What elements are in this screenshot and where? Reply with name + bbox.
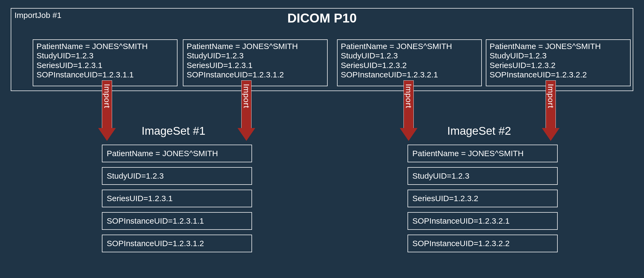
dicom-instance-box-1: PatientName = JONES^SMITH StudyUID=1.2.3… bbox=[33, 39, 177, 86]
imageset-row: SeriesUID=1.2.3.1 bbox=[102, 190, 252, 207]
study-uid-line: StudyUID=1.2.3 bbox=[341, 51, 478, 60]
import-arrow-1: Import bbox=[99, 80, 115, 141]
sop-instance-uid-line: SOPInstanceUID=1.2.3.1.1 bbox=[36, 70, 174, 79]
imageset-row: StudyUID=1.2.3 bbox=[102, 167, 252, 185]
arrow-down-icon bbox=[98, 128, 116, 141]
patient-name-line: PatientName = JONES^SMITH bbox=[341, 42, 478, 51]
imageset-title-2: ImageSet #2 bbox=[447, 125, 511, 137]
study-uid-line: StudyUID=1.2.3 bbox=[36, 51, 174, 60]
arrow-shaft: Import bbox=[404, 80, 414, 129]
imageset-row: SOPInstanceUID=1.2.3.2.2 bbox=[408, 235, 558, 252]
import-job-container: ImportJob #1 DICOM P10 PatientName = JON… bbox=[11, 8, 633, 91]
imageset-row: SOPInstanceUID=1.2.3.1.1 bbox=[102, 212, 252, 230]
arrow-label: Import bbox=[404, 84, 413, 108]
import-arrow-4: Import bbox=[543, 80, 558, 141]
imageset-row: SeriesUID=1.2.3.2 bbox=[408, 190, 558, 207]
imageset-title-1: ImageSet #1 bbox=[142, 125, 205, 137]
imageset-stack-1: PatientName = JONES^SMITH StudyUID=1.2.3… bbox=[102, 145, 252, 252]
arrow-shaft: Import bbox=[546, 80, 556, 129]
imageset-row: PatientName = JONES^SMITH bbox=[408, 145, 558, 162]
imageset-row: SOPInstanceUID=1.2.3.1.2 bbox=[102, 235, 252, 252]
dicom-instance-box-3: PatientName = JONES^SMITH StudyUID=1.2.3… bbox=[337, 39, 482, 86]
imageset-stack-2: PatientName = JONES^SMITH StudyUID=1.2.3… bbox=[408, 145, 558, 252]
arrow-down-icon bbox=[542, 128, 560, 141]
patient-name-line: PatientName = JONES^SMITH bbox=[187, 42, 324, 51]
imageset-row: PatientName = JONES^SMITH bbox=[102, 145, 252, 162]
sop-instance-uid-line: SOPInstanceUID=1.2.3.2.2 bbox=[490, 70, 627, 79]
series-uid-line: SeriesUID=1.2.3.2 bbox=[341, 61, 478, 70]
imageset-row: SOPInstanceUID=1.2.3.2.1 bbox=[408, 212, 558, 230]
arrow-label: Import bbox=[102, 84, 112, 108]
arrow-down-icon bbox=[238, 128, 255, 141]
dicom-instance-box-4: PatientName = JONES^SMITH StudyUID=1.2.3… bbox=[486, 39, 631, 86]
series-uid-line: SeriesUID=1.2.3.1 bbox=[187, 61, 324, 70]
study-uid-line: StudyUID=1.2.3 bbox=[187, 51, 324, 60]
diagram-canvas: ImportJob #1 DICOM P10 PatientName = JON… bbox=[0, 0, 644, 278]
series-uid-line: SeriesUID=1.2.3.1 bbox=[36, 61, 174, 70]
arrow-shaft: Import bbox=[241, 80, 251, 129]
dicom-title: DICOM P10 bbox=[11, 11, 633, 25]
imageset-row: StudyUID=1.2.3 bbox=[408, 167, 558, 185]
import-arrow-3: Import bbox=[401, 80, 416, 141]
arrow-label: Import bbox=[546, 84, 555, 108]
sop-instance-uid-line: SOPInstanceUID=1.2.3.2.1 bbox=[341, 70, 478, 79]
study-uid-line: StudyUID=1.2.3 bbox=[490, 51, 627, 60]
dicom-instance-box-2: PatientName = JONES^SMITH StudyUID=1.2.3… bbox=[183, 39, 328, 86]
arrow-shaft: Import bbox=[102, 80, 112, 129]
arrow-label: Import bbox=[242, 84, 251, 108]
sop-instance-uid-line: SOPInstanceUID=1.2.3.1.2 bbox=[187, 70, 324, 79]
arrow-down-icon bbox=[400, 128, 417, 141]
patient-name-line: PatientName = JONES^SMITH bbox=[490, 42, 627, 51]
series-uid-line: SeriesUID=1.2.3.2 bbox=[490, 61, 627, 70]
patient-name-line: PatientName = JONES^SMITH bbox=[36, 42, 174, 51]
import-arrow-2: Import bbox=[239, 80, 254, 141]
